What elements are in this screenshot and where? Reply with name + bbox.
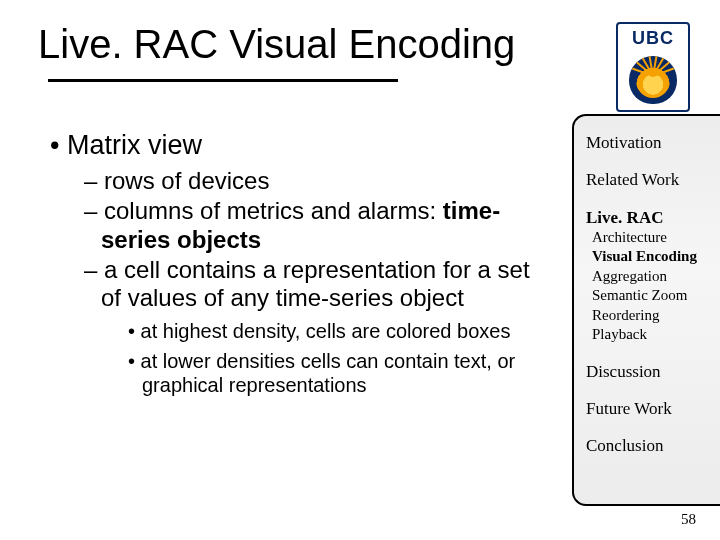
sidebar-subitem-semantic-zoom: Semantic Zoom bbox=[592, 286, 712, 306]
bullet-level2: rows of devices bbox=[84, 167, 530, 195]
outline-sidebar: Motivation Related Work Live. RAC Archit… bbox=[572, 114, 720, 506]
sidebar-subitem-reordering: Reordering bbox=[592, 306, 712, 326]
bullet-level3: at lower densities cells can contain tex… bbox=[128, 349, 530, 397]
slide: Live. RAC Visual Encoding UBC Ma bbox=[0, 0, 720, 540]
sidebar-item-related-work: Related Work bbox=[586, 169, 712, 190]
sidebar-item-discussion: Discussion bbox=[586, 361, 712, 382]
bullet-text: columns of metrics and alarms: bbox=[104, 197, 443, 224]
bullet-level3: at highest density, cells are colored bo… bbox=[128, 319, 530, 343]
bullet-level1: Matrix view bbox=[50, 130, 530, 161]
bullet-level2: columns of metrics and alarms: time-seri… bbox=[84, 197, 530, 254]
sidebar-item-motivation: Motivation bbox=[586, 132, 712, 153]
sidebar-item-future-work: Future Work bbox=[586, 398, 712, 419]
sidebar-subitem-aggregation: Aggregation bbox=[592, 267, 712, 287]
title-underline bbox=[48, 79, 398, 82]
sidebar-subitem-visual-encoding-current: Visual Encoding bbox=[592, 247, 712, 267]
page-number: 58 bbox=[681, 511, 696, 528]
slide-title: Live. RAC Visual Encoding bbox=[38, 22, 515, 67]
sidebar-subitem-playback: Playback bbox=[592, 325, 712, 345]
bullet-level2: a cell contains a representation for a s… bbox=[84, 256, 530, 313]
title-row: Live. RAC Visual Encoding UBC bbox=[38, 22, 690, 112]
title-block: Live. RAC Visual Encoding bbox=[38, 22, 515, 82]
content-body: Matrix view rows of devices columns of m… bbox=[50, 130, 530, 399]
sidebar-label: Live. RAC bbox=[586, 208, 663, 227]
sidebar-item-liverac: Live. RAC Architecture Visual Encoding A… bbox=[586, 207, 712, 345]
sidebar-item-conclusion: Conclusion bbox=[586, 435, 712, 456]
ubc-logo: UBC bbox=[616, 22, 690, 112]
ubc-crest-icon bbox=[629, 56, 677, 104]
sidebar-subitem-architecture: Architecture bbox=[592, 228, 712, 248]
ubc-logo-text: UBC bbox=[632, 28, 674, 49]
